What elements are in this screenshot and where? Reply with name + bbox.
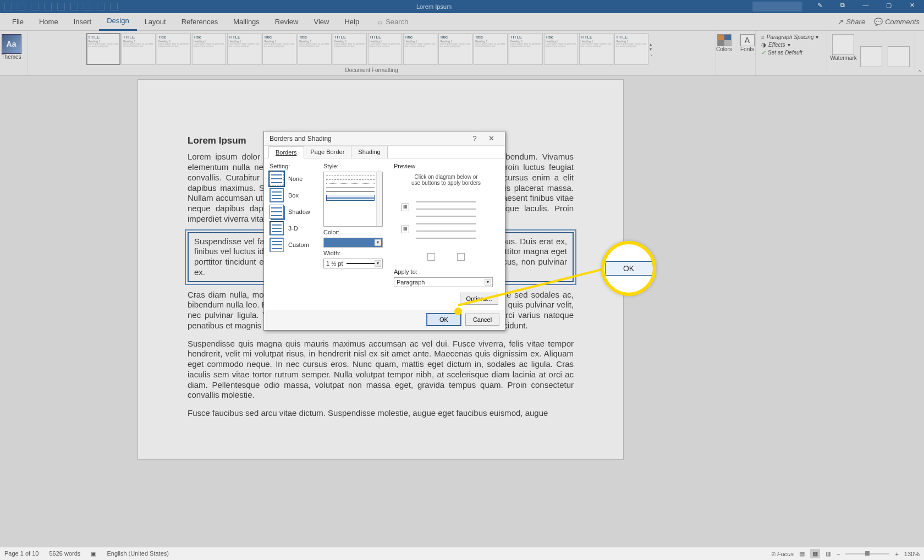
cancel-button[interactable]: Cancel xyxy=(465,314,499,326)
tab-file[interactable]: File xyxy=(4,13,31,31)
style-gallery-more[interactable]: ▴▾⌄ xyxy=(650,33,657,65)
setting-3d[interactable]: 3-D xyxy=(270,221,318,235)
tab-insert[interactable]: Insert xyxy=(66,13,100,31)
style-card[interactable]: TitleHeading 1Lorem ipsum dolor sit amet… xyxy=(544,33,578,65)
tab-review[interactable]: Review xyxy=(267,13,306,31)
table-icon[interactable] xyxy=(44,3,52,10)
zoom-value[interactable]: 130% xyxy=(904,551,920,557)
width-dropdown[interactable]: 1 ½ pt ▾ xyxy=(323,259,383,268)
style-card[interactable]: TITLEHeading 1Lorem ipsum dolor sit amet… xyxy=(509,33,543,65)
setting-none[interactable]: None xyxy=(270,172,318,186)
style-column: Style: Color: ▾ Width: 1 ½ pt ▾ xyxy=(323,163,388,305)
tab-borders[interactable]: Borders xyxy=(268,146,304,158)
tab-help[interactable]: Help xyxy=(337,13,367,31)
title-bar: Lorem Ipsum ✎ ⧉ — ▢ ✕ xyxy=(0,0,924,13)
tab-design[interactable]: Design xyxy=(99,13,136,31)
apply-to-dropdown[interactable]: Paragraph▾ xyxy=(394,277,493,287)
language-status[interactable]: English (United States) xyxy=(107,550,169,557)
style-card[interactable]: TitleHeading 1Lorem ipsum dolor sit amet… xyxy=(262,33,296,65)
dialog-close-button[interactable]: ✕ xyxy=(483,134,499,142)
style-card[interactable]: TitleHeading 1Lorem ipsum dolor sit amet… xyxy=(438,33,472,65)
callout-ok-zoom: OK xyxy=(605,261,652,276)
setting-label: Setting: xyxy=(270,163,318,169)
setting-custom[interactable]: Custom xyxy=(270,238,318,252)
page-color-icon xyxy=(860,46,882,67)
fonts-button[interactable]: A Fonts xyxy=(738,34,757,54)
themes-button[interactable]: Aa Themes xyxy=(2,32,21,60)
tab-mailings[interactable]: Mailings xyxy=(226,13,267,31)
zoom-slider[interactable] xyxy=(845,553,889,554)
minimize-button[interactable]: — xyxy=(858,2,873,12)
search-box[interactable]: ⌕ Search xyxy=(378,18,408,26)
style-card[interactable]: TitleHeading 1Lorem ipsum dolor sit amet… xyxy=(403,33,437,65)
ribbon: Aa Themes TITLEHeading 1Lorem ipsum dolo… xyxy=(0,31,924,76)
style-card[interactable]: TITLEHeading 1Lorem ipsum dolor sit amet… xyxy=(86,33,120,65)
tab-home[interactable]: Home xyxy=(31,13,66,31)
search-placeholder: Search xyxy=(386,18,408,26)
style-gallery[interactable]: TITLEHeading 1Lorem ipsum dolor sit amet… xyxy=(86,32,657,67)
border-left-button[interactable] xyxy=(427,253,435,261)
style-card[interactable]: TitleHeading 1Lorem ipsum dolor sit amet… xyxy=(298,33,332,65)
style-card[interactable]: TITLEHeading 1Lorem ipsum dolor sit amet… xyxy=(333,33,367,65)
scrollbar[interactable] xyxy=(376,172,382,226)
brush-icon[interactable] xyxy=(84,3,91,10)
watermark-button[interactable]: Watermark xyxy=(830,32,857,61)
tab-references[interactable]: References xyxy=(174,13,226,31)
dialog-titlebar: Borders and Shading ? ✕ xyxy=(264,131,505,146)
tab-view[interactable]: View xyxy=(306,13,337,31)
proofing-icon[interactable]: ▣ xyxy=(91,550,96,557)
color-dropdown[interactable]: ▾ xyxy=(323,238,383,248)
zoom-out-button[interactable]: − xyxy=(837,551,840,557)
style-card[interactable]: TitleHeading 1Lorem ipsum dolor sit amet… xyxy=(192,33,226,65)
layout-icon[interactable] xyxy=(57,3,65,10)
view-print-icon[interactable]: ▦ xyxy=(810,549,820,558)
themes-group: Aa Themes xyxy=(0,31,28,75)
qat-more-icon[interactable] xyxy=(110,3,118,10)
colors-button[interactable]: Colors xyxy=(714,34,734,54)
status-bar: Page 1 of 10 5626 words ▣ English (Unite… xyxy=(0,547,924,560)
share-button[interactable]: ↗ Share xyxy=(838,18,865,26)
word-count[interactable]: 5626 words xyxy=(49,550,80,557)
themes-icon: Aa xyxy=(2,34,21,54)
para-spacing-button[interactable]: ≡ Paragraph Spacing ▾ xyxy=(761,34,824,40)
style-card[interactable]: TITLEHeading 1Lorem ipsum dolor sit amet… xyxy=(122,33,156,65)
tab-layout[interactable]: Layout xyxy=(137,13,174,31)
setting-box[interactable]: Box xyxy=(270,188,318,202)
set-default-button[interactable]: ✓ Set as Default xyxy=(761,50,824,56)
style-card[interactable]: TITLEHeading 1Lorem ipsum dolor sit amet… xyxy=(227,33,261,65)
view-read-icon[interactable]: ▤ xyxy=(799,550,805,557)
ribbon-toggle-icon[interactable]: ⧉ xyxy=(835,2,850,12)
pilcrow-icon[interactable] xyxy=(70,3,78,10)
ok-button[interactable]: OK xyxy=(427,314,461,326)
border-top-button[interactable]: ▦ xyxy=(402,204,409,211)
collapse-ribbon-button[interactable]: ⌃ xyxy=(915,31,924,75)
border-right-button[interactable] xyxy=(457,253,465,261)
border-bottom-button[interactable]: ▦ xyxy=(402,226,409,233)
effects-button[interactable]: ◑ Effects ▾ xyxy=(761,42,824,48)
style-card[interactable]: TitleHeading 1Lorem ipsum dolor sit amet… xyxy=(474,33,508,65)
maximize-button[interactable]: ▢ xyxy=(881,2,897,12)
open-icon[interactable] xyxy=(31,3,38,10)
dialog-help-button[interactable]: ? xyxy=(466,134,483,142)
comments-button[interactable]: 💬 Comments xyxy=(874,18,920,26)
setting-shadow[interactable]: Shadow xyxy=(270,205,318,219)
pen-icon[interactable]: ✎ xyxy=(812,2,827,12)
undo-icon[interactable] xyxy=(18,3,25,10)
style-list[interactable] xyxy=(323,172,383,227)
page-count[interactable]: Page 1 of 10 xyxy=(4,550,38,557)
style-card[interactable]: TitleHeading 1Lorem ipsum dolor sit amet… xyxy=(157,33,191,65)
focus-mode[interactable]: ⎚ Focus xyxy=(772,551,794,557)
close-button[interactable]: ✕ xyxy=(904,2,920,12)
color-label: Color: xyxy=(323,229,388,235)
view-web-icon[interactable]: ▥ xyxy=(826,550,831,557)
style-card[interactable]: TITLEHeading 1Lorem ipsum dolor sit amet… xyxy=(368,33,402,65)
tab-shading[interactable]: Shading xyxy=(351,146,387,158)
style-card[interactable]: TITLEHeading 1Lorem ipsum dolor sit amet… xyxy=(614,33,648,65)
zoom-in-button[interactable]: + xyxy=(895,551,898,557)
preview-diagram[interactable]: ▦ ▦ xyxy=(399,193,493,248)
tab-page-border[interactable]: Page Border xyxy=(304,146,352,158)
save-icon[interactable] xyxy=(4,3,12,10)
window-title: Lorem Ipsum xyxy=(118,3,750,10)
page-icon[interactable] xyxy=(97,3,105,10)
style-card[interactable]: TITLEHeading 1Lorem ipsum dolor sit amet… xyxy=(579,33,613,65)
